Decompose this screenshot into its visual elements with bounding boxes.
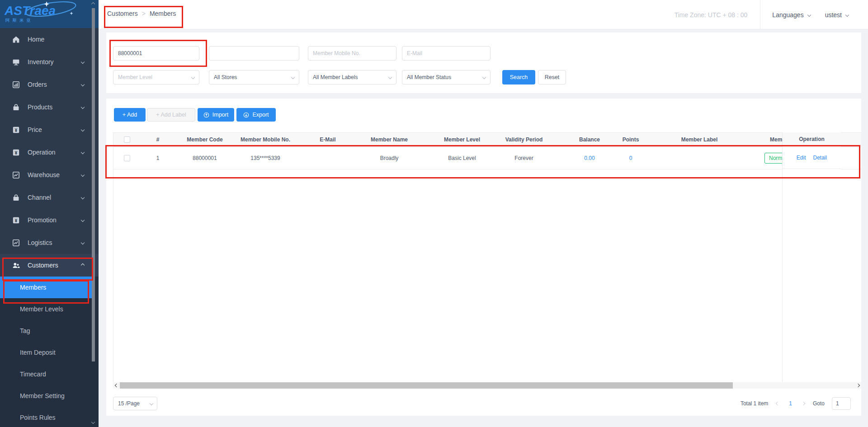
chevron-down-icon <box>81 105 85 109</box>
top-header: Customers > Members Time Zone: UTC + 08 … <box>99 0 868 29</box>
sidebar-item-promotion[interactable]: ¥ Promotion <box>0 209 99 231</box>
sidebar-item-inventory[interactable]: Inventory <box>0 51 99 73</box>
sidebar-item-tag[interactable]: Tag <box>0 320 99 342</box>
sidebar-item-label: Member Setting <box>20 392 65 399</box>
sidebar-scrollbar[interactable] <box>91 0 95 427</box>
upload-icon <box>203 112 209 118</box>
sidebar-item-label: Orders <box>28 81 47 88</box>
reset-button[interactable]: Reset <box>538 70 566 84</box>
col-member-mobile: Member Mobile No. <box>241 133 290 147</box>
sidebar-item-points-rules[interactable]: Points Rules <box>0 407 99 427</box>
download-icon <box>243 112 249 118</box>
chevron-down-icon <box>81 196 85 199</box>
sidebar-item-orders[interactable]: Orders <box>0 73 99 96</box>
cell-index: 1 <box>156 147 160 169</box>
page-size-select[interactable]: 15 /Page <box>113 397 157 410</box>
select-all-checkbox[interactable] <box>124 136 130 143</box>
sidebar-item-label: Customers <box>28 262 58 269</box>
sidebar-item-operation[interactable]: ¥ Operation <box>0 141 99 164</box>
cell-member-name: Broadly <box>380 147 399 169</box>
sidebar-item-logistics[interactable]: Logistics <box>0 231 99 254</box>
add-label-button[interactable]: + Add Label <box>147 108 195 122</box>
next-page-button[interactable] <box>801 402 806 405</box>
horizontal-scrollbar-thumb[interactable] <box>120 382 733 389</box>
export-button[interactable]: Export <box>236 108 276 122</box>
chevron-down-icon <box>81 218 85 222</box>
member-status-select[interactable]: All Member Status <box>402 70 491 84</box>
edit-link[interactable]: Edit <box>797 155 806 161</box>
select-value: All Member Labels <box>313 74 358 80</box>
trend-chart-icon <box>12 171 20 179</box>
member-mobile-input[interactable] <box>308 46 396 61</box>
logo[interactable]: ASTraea 阿斯米亚 <box>0 0 99 28</box>
sidebar-item-member-levels[interactable]: Member Levels <box>0 298 99 320</box>
member-name-input[interactable] <box>209 46 299 61</box>
import-button[interactable]: Import <box>198 108 234 122</box>
sidebar-item-label: Logistics <box>28 239 52 246</box>
col-member-name: Member Name <box>371 133 408 147</box>
chevron-down-icon <box>807 13 811 16</box>
sidebar-scrollbar-thumb[interactable] <box>92 8 95 361</box>
sidebar-item-channel[interactable]: Channel <box>0 186 99 209</box>
sidebar-item-label: Members <box>20 284 46 291</box>
cell-points-link[interactable]: 0 <box>629 147 632 169</box>
row-checkbox[interactable] <box>124 155 130 161</box>
select-value: All Stores <box>214 74 237 80</box>
sidebar-item-price[interactable]: ¥ Price <box>0 118 99 141</box>
col-balance: Balance <box>579 133 600 147</box>
total-items-label: Total 1 item <box>741 400 768 407</box>
languages-dropdown[interactable]: Languages <box>760 0 822 29</box>
user-dropdown[interactable]: ustest <box>822 11 868 19</box>
chevron-down-icon <box>845 13 849 16</box>
cell-member-code: 88000001 <box>193 147 217 169</box>
table-header: # Member Code Member Mobile No. E-Mail M… <box>113 133 861 147</box>
member-code-input[interactable] <box>113 46 199 61</box>
sidebar-item-warehouse[interactable]: Warehouse <box>0 164 99 186</box>
logo-text: ASTraea <box>4 4 56 18</box>
detail-link[interactable]: Detail <box>813 155 827 161</box>
yen-icon: ¥ <box>12 216 20 224</box>
timezone-label: Time Zone: UTC + 08 : 00 <box>675 11 760 19</box>
stores-select[interactable]: All Stores <box>209 70 299 84</box>
search-panel: Member Level All Stores All Member Label… <box>106 33 861 93</box>
scroll-up-icon[interactable] <box>91 2 95 6</box>
customers-submenu: Members Member Levels Tag Item Deposit T… <box>0 277 99 427</box>
scroll-left-icon[interactable] <box>113 382 120 389</box>
goto-page-input[interactable] <box>832 397 851 410</box>
bar-chart-icon <box>12 81 20 89</box>
scroll-right-icon[interactable] <box>854 382 861 389</box>
sidebar-item-timecard[interactable]: Timecard <box>0 363 99 385</box>
sidebar-item-label: Inventory <box>28 58 54 66</box>
breadcrumb-customers[interactable]: Customers <box>107 10 138 17</box>
horizontal-scrollbar[interactable] <box>113 382 861 389</box>
page-number-1[interactable]: 1 <box>787 400 794 407</box>
sidebar-item-members[interactable]: Members <box>0 277 95 298</box>
search-button[interactable]: Search <box>502 70 535 84</box>
sidebar-item-home[interactable]: Home <box>0 28 99 51</box>
scroll-down-icon[interactable] <box>91 420 95 424</box>
col-points: Points <box>623 133 639 147</box>
cell-balance-link[interactable]: 0.00 <box>584 147 594 169</box>
sidebar-item-member-setting[interactable]: Member Setting <box>0 385 99 407</box>
sidebar-item-products[interactable]: Products <box>0 96 99 118</box>
pagination-controls: Total 1 item 1 Goto <box>741 397 851 410</box>
bag-icon <box>12 194 20 202</box>
add-button[interactable]: + Add <box>114 108 146 122</box>
sidebar-menu: Home Inventory Orders Products ¥ Price ¥… <box>0 28 99 427</box>
svg-text:¥: ¥ <box>15 150 18 155</box>
prev-page-button[interactable] <box>775 402 780 405</box>
email-input[interactable] <box>402 46 491 61</box>
sidebar-item-item-deposit[interactable]: Item Deposit <box>0 342 99 363</box>
operation-cell: Edit Detail <box>783 146 841 169</box>
member-level-select[interactable]: Member Level <box>113 70 199 84</box>
member-labels-select[interactable]: All Member Labels <box>308 70 396 84</box>
sidebar-item-label: Points Rules <box>20 414 56 421</box>
languages-label: Languages <box>772 11 803 19</box>
bag-icon <box>12 103 20 111</box>
table-row: 1 88000001 135****5339 Broadly Basic Lev… <box>113 147 861 169</box>
pagination: 15 /Page Total 1 item 1 Goto <box>106 397 861 410</box>
sidebar-item-label: Promotion <box>28 216 57 224</box>
sidebar-item-label: Channel <box>28 194 51 201</box>
sidebar-item-customers[interactable]: Customers <box>0 254 99 277</box>
chevron-down-icon <box>81 150 85 154</box>
